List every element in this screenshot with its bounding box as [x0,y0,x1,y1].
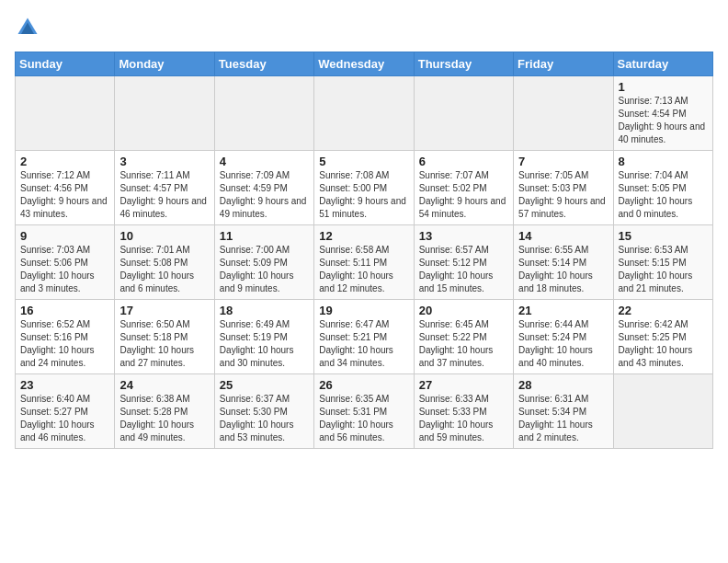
day-number: 22 [619,304,708,317]
day-info: Sunrise: 7:05 AM Sunset: 5:03 PM Dayligh… [518,169,608,221]
day-cell: 17Sunrise: 6:50 AM Sunset: 5:18 PM Dayli… [115,300,214,374]
day-cell: 20Sunrise: 6:45 AM Sunset: 5:22 PM Dayli… [414,300,513,374]
day-cell: 13Sunrise: 6:57 AM Sunset: 5:12 PM Dayli… [414,225,513,300]
day-number: 25 [220,378,309,392]
day-number: 12 [319,229,408,243]
day-info: Sunrise: 6:31 AM Sunset: 5:34 PM Dayligh… [518,393,608,444]
day-number: 2 [20,155,109,168]
day-info: Sunrise: 7:04 AM Sunset: 5:05 PM Dayligh… [619,169,708,221]
day-number: 21 [518,304,608,317]
week-row-0: 1Sunrise: 7:13 AM Sunset: 4:54 PM Daylig… [16,76,713,151]
day-number: 18 [220,304,309,317]
day-cell [613,374,712,449]
header-cell-wednesday: Wednesday [314,52,414,76]
day-cell [115,76,214,151]
day-info: Sunrise: 7:13 AM Sunset: 4:54 PM Dayligh… [619,95,708,146]
day-cell: 9Sunrise: 7:03 AM Sunset: 5:06 PM Daylig… [16,225,115,300]
day-cell: 8Sunrise: 7:04 AM Sunset: 5:05 PM Daylig… [613,151,712,225]
day-cell: 21Sunrise: 6:44 AM Sunset: 5:24 PM Dayli… [514,300,613,374]
day-number: 6 [419,155,508,168]
header-cell-monday: Monday [115,52,214,76]
day-cell: 4Sunrise: 7:09 AM Sunset: 4:59 PM Daylig… [214,151,313,225]
day-number: 10 [119,229,209,243]
day-number: 20 [419,304,508,317]
day-info: Sunrise: 7:11 AM Sunset: 4:57 PM Dayligh… [119,169,209,221]
day-cell: 2Sunrise: 7:12 AM Sunset: 4:56 PM Daylig… [16,151,115,225]
day-number: 17 [119,304,209,317]
day-cell: 24Sunrise: 6:38 AM Sunset: 5:28 PM Dayli… [115,374,214,449]
header [15,15,713,40]
day-info: Sunrise: 6:45 AM Sunset: 5:22 PM Dayligh… [419,318,508,370]
week-row-4: 23Sunrise: 6:40 AM Sunset: 5:27 PM Dayli… [16,374,713,449]
day-info: Sunrise: 6:38 AM Sunset: 5:28 PM Dayligh… [119,393,209,444]
day-cell: 19Sunrise: 6:47 AM Sunset: 5:21 PM Dayli… [314,300,414,374]
header-cell-thursday: Thursday [414,52,513,76]
day-cell: 14Sunrise: 6:55 AM Sunset: 5:14 PM Dayli… [514,225,613,300]
day-cell: 25Sunrise: 6:37 AM Sunset: 5:30 PM Dayli… [214,374,313,449]
day-number: 4 [220,155,309,168]
day-info: Sunrise: 6:47 AM Sunset: 5:21 PM Dayligh… [319,318,408,370]
day-info: Sunrise: 6:50 AM Sunset: 5:18 PM Dayligh… [119,318,209,370]
day-info: Sunrise: 7:03 AM Sunset: 5:06 PM Dayligh… [20,244,109,295]
week-row-2: 9Sunrise: 7:03 AM Sunset: 5:06 PM Daylig… [16,225,713,300]
day-cell: 27Sunrise: 6:33 AM Sunset: 5:33 PM Dayli… [414,374,513,449]
day-cell: 16Sunrise: 6:52 AM Sunset: 5:16 PM Dayli… [16,300,115,374]
week-row-3: 16Sunrise: 6:52 AM Sunset: 5:16 PM Dayli… [16,300,713,374]
header-cell-tuesday: Tuesday [214,52,313,76]
day-number: 28 [518,378,608,392]
day-cell [16,76,115,151]
day-number: 26 [319,378,408,392]
day-info: Sunrise: 6:37 AM Sunset: 5:30 PM Dayligh… [220,393,309,444]
day-cell: 26Sunrise: 6:35 AM Sunset: 5:31 PM Dayli… [314,374,414,449]
day-info: Sunrise: 7:09 AM Sunset: 4:59 PM Dayligh… [220,169,309,221]
day-number: 16 [20,304,109,317]
day-cell: 22Sunrise: 6:42 AM Sunset: 5:25 PM Dayli… [613,300,712,374]
week-row-1: 2Sunrise: 7:12 AM Sunset: 4:56 PM Daylig… [16,151,713,225]
day-number: 7 [518,155,608,168]
day-cell: 10Sunrise: 7:01 AM Sunset: 5:08 PM Dayli… [115,225,214,300]
header-cell-sunday: Sunday [16,52,115,76]
day-info: Sunrise: 6:57 AM Sunset: 5:12 PM Dayligh… [419,244,508,295]
day-info: Sunrise: 6:42 AM Sunset: 5:25 PM Dayligh… [619,318,708,370]
calendar-table: SundayMondayTuesdayWednesdayThursdayFrid… [15,52,713,449]
header-cell-saturday: Saturday [613,52,712,76]
day-info: Sunrise: 7:01 AM Sunset: 5:08 PM Dayligh… [119,244,209,295]
day-number: 24 [119,378,209,392]
day-info: Sunrise: 6:58 AM Sunset: 5:11 PM Dayligh… [319,244,408,295]
day-cell: 6Sunrise: 7:07 AM Sunset: 5:02 PM Daylig… [414,151,513,225]
day-cell [314,76,414,151]
day-number: 19 [319,304,408,317]
day-number: 27 [419,378,508,392]
day-info: Sunrise: 6:53 AM Sunset: 5:15 PM Dayligh… [619,244,708,295]
day-cell: 12Sunrise: 6:58 AM Sunset: 5:11 PM Dayli… [314,225,414,300]
day-cell: 5Sunrise: 7:08 AM Sunset: 5:00 PM Daylig… [314,151,414,225]
logo [15,15,44,40]
day-cell [414,76,513,151]
day-info: Sunrise: 7:00 AM Sunset: 5:09 PM Dayligh… [220,244,309,295]
day-info: Sunrise: 6:33 AM Sunset: 5:33 PM Dayligh… [419,393,508,444]
day-number: 9 [20,229,109,243]
day-cell: 28Sunrise: 6:31 AM Sunset: 5:34 PM Dayli… [514,374,613,449]
day-number: 8 [619,155,708,168]
day-info: Sunrise: 7:12 AM Sunset: 4:56 PM Dayligh… [20,169,109,221]
logo-icon [15,15,40,40]
day-info: Sunrise: 6:55 AM Sunset: 5:14 PM Dayligh… [518,244,608,295]
header-row: SundayMondayTuesdayWednesdayThursdayFrid… [16,52,713,76]
day-cell: 18Sunrise: 6:49 AM Sunset: 5:19 PM Dayli… [214,300,313,374]
day-number: 15 [619,229,708,243]
day-number: 23 [20,378,109,392]
day-number: 11 [220,229,309,243]
day-cell: 7Sunrise: 7:05 AM Sunset: 5:03 PM Daylig… [514,151,613,225]
day-cell: 3Sunrise: 7:11 AM Sunset: 4:57 PM Daylig… [115,151,214,225]
day-info: Sunrise: 6:44 AM Sunset: 5:24 PM Dayligh… [518,318,608,370]
day-cell [214,76,313,151]
day-number: 13 [419,229,508,243]
day-info: Sunrise: 7:07 AM Sunset: 5:02 PM Dayligh… [419,169,508,221]
day-number: 14 [518,229,608,243]
day-cell [514,76,613,151]
day-cell: 11Sunrise: 7:00 AM Sunset: 5:09 PM Dayli… [214,225,313,300]
day-number: 1 [619,80,708,94]
day-info: Sunrise: 6:52 AM Sunset: 5:16 PM Dayligh… [20,318,109,370]
day-cell: 1Sunrise: 7:13 AM Sunset: 4:54 PM Daylig… [613,76,712,151]
day-info: Sunrise: 6:40 AM Sunset: 5:27 PM Dayligh… [20,393,109,444]
